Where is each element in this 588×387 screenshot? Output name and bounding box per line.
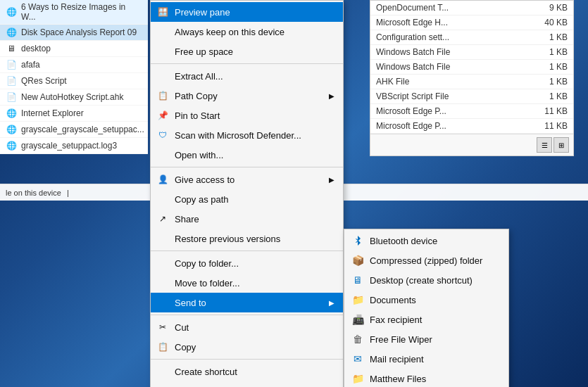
left-item-label-9: grayscale_setuppact.log3 xyxy=(21,141,117,151)
separator-4 xyxy=(151,315,343,315)
file-row-4[interactable]: Windows Batch File 1 KB xyxy=(370,45,573,60)
cloud-icon xyxy=(156,25,169,38)
file-row-3[interactable]: Configuration sett... 1 KB xyxy=(370,30,573,45)
file-name-3: Configuration sett... xyxy=(376,32,532,42)
menu-item-free-up[interactable]: Free up space xyxy=(151,42,343,61)
left-item-8[interactable]: 🌐 grayscale_grayscale_setuppac... xyxy=(0,122,148,138)
file-size-2: 40 KB xyxy=(532,18,568,27)
menu-item-pin-to-start[interactable]: 📌 Pin to Start xyxy=(151,106,343,125)
menu-item-send-to[interactable]: Send to ▶ xyxy=(151,293,343,312)
documents-label: Documents xyxy=(370,295,416,305)
menu-item-share[interactable]: ↗ Share xyxy=(151,209,343,229)
status-separator: | xyxy=(67,189,69,197)
open-with-label: Open with... xyxy=(175,150,334,160)
left-item-4[interactable]: 📄 afafa xyxy=(0,57,148,73)
cut-icon: ✂ xyxy=(156,321,169,334)
file-name-8: Microsoft Edge P... xyxy=(376,106,532,116)
defender-icon-1: 🛡 xyxy=(156,129,169,141)
file-row-8[interactable]: Microsoft Edge P... 11 KB xyxy=(370,104,573,119)
sendto-matthew[interactable]: 📁 Matthew Files xyxy=(344,369,508,387)
sendto-desktop[interactable]: 🖥 Desktop (create shortcut) xyxy=(344,270,508,290)
file-row-6[interactable]: AHK File 1 KB xyxy=(370,75,573,89)
file-row-9[interactable]: Microsoft Edge P... 11 KB xyxy=(370,119,573,134)
give-access-label: Give access to xyxy=(175,175,323,185)
create-shortcut-label: Create shortcut xyxy=(175,367,334,377)
matthew-label: Matthew Files xyxy=(370,374,426,384)
sendto-mail[interactable]: ✉ Mail recipient xyxy=(344,349,508,369)
fax-icon: 📠 xyxy=(351,313,364,326)
file-name-7: VBScript Script File xyxy=(376,91,532,101)
menu-item-preview-pane[interactable]: 🪟 Preview pane xyxy=(151,2,343,22)
edge-icon-1: 🌐 xyxy=(6,6,17,18)
sendto-bluetooth[interactable]: Bluetooth device xyxy=(344,231,508,250)
file-row-2[interactable]: Microsoft Edge H... 40 KB xyxy=(370,15,573,30)
menu-item-cut[interactable]: ✂ Cut xyxy=(151,317,343,337)
left-item-5[interactable]: 📄 QRes Script xyxy=(0,73,148,89)
menu-item-restore-prev[interactable]: Restore previous versions xyxy=(151,229,343,248)
file-size-1: 9 KB xyxy=(532,3,568,13)
sendto-fax[interactable]: 📠 Fax recipient xyxy=(344,310,508,329)
menu-item-open-with[interactable]: Open with... xyxy=(151,145,343,165)
left-item-3[interactable]: 🖥 desktop xyxy=(0,41,148,57)
copy-to-folder-label: Copy to folder... xyxy=(175,258,334,269)
menu-item-move-to-folder[interactable]: Move to folder... xyxy=(151,273,343,293)
file-size-5: 1 KB xyxy=(532,62,568,72)
file-name-4: Windows Batch File xyxy=(376,47,532,57)
details-view-button[interactable]: ⊞ xyxy=(553,137,569,153)
menu-item-scan-defender[interactable]: 🛡 Scan with Microsoft Defender... xyxy=(151,125,343,145)
left-item-9[interactable]: 🌐 grayscale_setuppact.log3 xyxy=(0,138,148,154)
menu-item-copy-as-path[interactable]: Copy as path xyxy=(151,189,343,209)
separator-3 xyxy=(151,250,343,251)
file-row-1[interactable]: OpenDocument T... 9 KB xyxy=(370,1,573,15)
file-icon-5: 📄 xyxy=(6,75,17,87)
free-up-icon xyxy=(156,45,169,58)
give-access-arrow: ▶ xyxy=(329,176,334,184)
sendto-free-file-wiper[interactable]: 🗑 Free File Wiper xyxy=(344,329,508,349)
menu-item-give-access[interactable]: 👤 Give access to ▶ xyxy=(151,170,343,189)
left-item-7[interactable]: 🌐 Internet Explorer xyxy=(0,106,148,122)
sendto-compressed[interactable]: 📦 Compressed (zipped) folder xyxy=(344,250,508,270)
menu-item-path-copy[interactable]: 📋 Path Copy ▶ xyxy=(151,86,343,106)
left-item-1[interactable]: 🌐 6 Ways to Resize Images in W... xyxy=(0,0,148,25)
sendto-submenu: Bluetooth device 📦 Compressed (zipped) f… xyxy=(344,229,509,387)
file-size-9: 11 KB xyxy=(532,121,568,131)
separator-1 xyxy=(151,63,343,64)
create-shortcut-icon xyxy=(156,365,169,378)
mail-icon: ✉ xyxy=(351,353,364,365)
always-keep-label: Always keep on this device xyxy=(175,27,334,37)
share-icon: ↗ xyxy=(156,212,169,225)
bluetooth-icon xyxy=(351,234,364,247)
menu-item-always-keep[interactable]: Always keep on this device xyxy=(151,22,343,42)
cut-label: Cut xyxy=(175,322,334,333)
preview-pane-icon: 🪟 xyxy=(156,6,169,18)
send-to-icon xyxy=(156,296,169,309)
path-copy-label: Path Copy xyxy=(175,91,323,101)
zip-icon: 📦 xyxy=(351,254,364,267)
preview-pane-label: Preview pane xyxy=(175,7,334,18)
file-size-4: 1 KB xyxy=(532,47,568,57)
left-item-6[interactable]: 📄 New AutoHotkey Script.ahk xyxy=(0,89,148,106)
menu-item-extract-all[interactable]: Extract All... xyxy=(151,66,343,86)
file-icon-4: 📄 xyxy=(6,59,17,70)
send-to-label: Send to xyxy=(175,298,323,308)
separator-2 xyxy=(151,167,343,167)
compressed-label: Compressed (zipped) folder xyxy=(370,255,482,266)
move-to-folder-icon xyxy=(156,277,169,289)
list-view-button[interactable]: ☰ xyxy=(537,137,552,153)
ie-icon: 🌐 xyxy=(6,108,17,119)
file-size-7: 1 KB xyxy=(532,91,568,101)
menu-item-create-shortcut[interactable]: Create shortcut xyxy=(151,362,343,381)
share-label: Share xyxy=(175,214,334,224)
file-size-3: 1 KB xyxy=(532,32,568,42)
log-icon: 🌐 xyxy=(6,140,17,151)
file-row-5[interactable]: Windows Batch File 1 KB xyxy=(370,60,573,75)
menu-item-delete[interactable]: 🗑 Delete xyxy=(151,381,343,387)
left-item-label-3: desktop xyxy=(21,44,51,53)
left-item-2[interactable]: 🌐 Disk Space Analysis Report 09 xyxy=(0,25,148,41)
menu-item-copy[interactable]: 📋 Copy xyxy=(151,337,343,357)
sendto-documents[interactable]: 📁 Documents xyxy=(344,290,508,310)
extract-icon xyxy=(156,70,169,82)
menu-item-copy-to-folder[interactable]: Copy to folder... xyxy=(151,253,343,273)
file-row-7[interactable]: VBScript Script File 1 KB xyxy=(370,89,573,104)
copy-label: Copy xyxy=(175,342,334,353)
